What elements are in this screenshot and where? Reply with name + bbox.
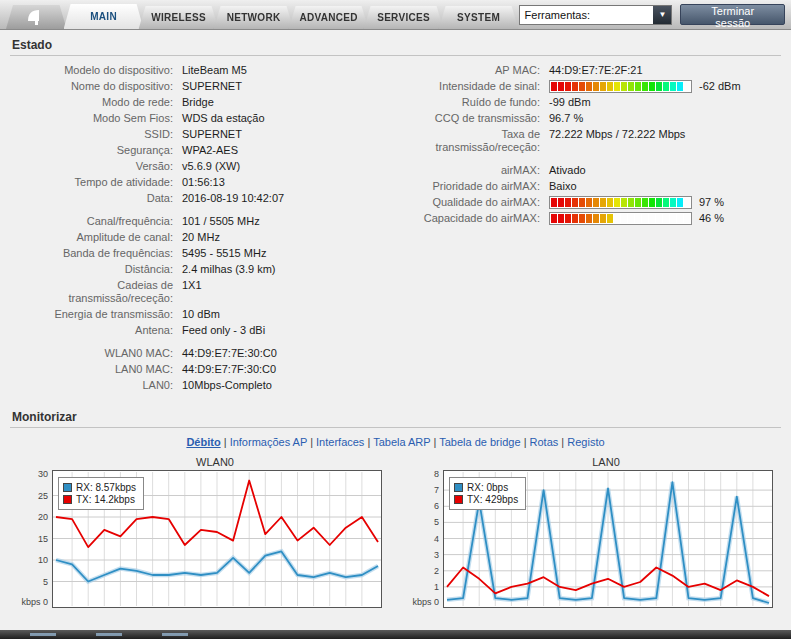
monitor-link-debito[interactable]: Débito [186, 436, 220, 448]
field-label: WLAN0 MAC: [14, 347, 182, 360]
svg-text:2: 2 [434, 566, 439, 576]
field-label: Intensidade de sinal: [399, 80, 549, 93]
field-label: Modo de rede: [14, 96, 182, 109]
monitor-link-bar: Débito | Informações AP | Interfaces | T… [10, 436, 781, 448]
svg-text:20: 20 [38, 512, 48, 522]
svg-text:3: 3 [434, 550, 439, 560]
field-label: Modelo do dispositivo: [14, 64, 182, 77]
field-value: Feed only - 3 dBi [182, 324, 265, 337]
field-label: Segurança: [14, 144, 182, 157]
field-value: 01:56:13 [182, 176, 225, 189]
field-label: Versão: [14, 160, 182, 173]
gauge-value: 46 % [699, 212, 724, 225]
field-label: Cadeias de transmissão/receção: [14, 279, 182, 305]
field-value: 5495 - 5515 MHz [182, 247, 266, 260]
status-row-qualidade-do-airmax: Qualidade do airMAX:97 % [399, 196, 781, 209]
status-row-banda-de-frequencias: Banda de frequências:5495 - 5515 MHz [14, 247, 399, 260]
legend-item: RX: 0bps [454, 482, 518, 493]
svg-text:5: 5 [43, 577, 48, 587]
tab-services[interactable]: SERVICES [364, 6, 444, 29]
field-label: Energia de transmissão: [14, 308, 182, 321]
field-value: SUPERNET [182, 128, 242, 141]
monitor-link-rotas[interactable]: Rotas [530, 436, 559, 448]
field-value: 44:D9:E7:7E:30:C0 [182, 347, 277, 360]
gauge-value: -62 dBm [699, 80, 741, 93]
intensidade-de-sinal-gauge [549, 80, 692, 93]
tab-advanced[interactable]: ADVANCED [289, 6, 369, 29]
field-label: Taxa de transmissão/receção: [399, 128, 549, 154]
legend-label: RX: 0bps [467, 482, 508, 493]
footer-strip [0, 630, 791, 639]
tab-main[interactable]: MAIN [64, 4, 144, 29]
link-separator: | [521, 436, 530, 448]
top-right-controls: Ferramentas: ▼ Terminar sessão [519, 4, 785, 29]
link-separator: | [364, 436, 373, 448]
chevron-down-icon[interactable]: ▼ [653, 6, 671, 24]
monitor-link-registo[interactable]: Registo [567, 436, 604, 448]
status-row-ruido-de-fundo: Ruído de fundo:-99 dBm [399, 96, 781, 109]
field-value: Ativado [549, 164, 586, 177]
status-row-wlan0-mac: WLAN0 MAC:44:D9:E7:7E:30:C0 [14, 347, 399, 360]
status-row-modelo-do-dispositivo: Modelo do dispositivo:LiteBeam M5 [14, 64, 399, 77]
status-row-modo-de-rede: Modo de rede:Bridge [14, 96, 399, 109]
tools-dropdown[interactable]: Ferramentas: ▼ [519, 5, 673, 25]
field-label: Data: [14, 192, 182, 205]
field-label: Ruído de fundo: [399, 96, 549, 109]
airos-page: MAINWIRELESSNETWORKADVANCEDSERVICESSYSTE… [0, 0, 791, 639]
legend-swatch [454, 483, 463, 492]
legend-label: TX: 429bps [467, 494, 518, 505]
logout-button[interactable]: Terminar sessão [680, 4, 785, 25]
link-separator: | [430, 436, 439, 448]
link-separator: | [307, 436, 316, 448]
qualidade-do-airmax-gauge [549, 196, 692, 209]
chart-plot-lan0: kbps 012345678RX: 0bpsTX: 429bps [407, 470, 775, 610]
status-row-modo-sem-fios: Modo Sem Fios:WDS da estação [14, 112, 399, 125]
legend-item: TX: 429bps [454, 494, 518, 505]
field-value: 1X1 [182, 279, 202, 292]
status-row-ap-mac: AP MAC:44:D9:E7:7E:2F:21 [399, 64, 781, 77]
legend-item: TX: 14.2kbps [63, 494, 136, 505]
status-row-versao: Versão:v5.6.9 (XW) [14, 160, 399, 173]
svg-text:25: 25 [38, 491, 48, 501]
main-content: Estado Modelo do dispositivo:LiteBeam M5… [0, 30, 791, 610]
chart-lan0: LAN0kbps 012345678RX: 0bpsTX: 429bps [407, 456, 775, 610]
monitor-link-tabela-arp[interactable]: Tabela ARP [373, 436, 430, 448]
monitor-link-informacoes-ap[interactable]: Informações AP [230, 436, 307, 448]
throughput-charts: WLAN0kbps 051015202530RX: 8.57kbpsTX: 14… [10, 456, 781, 610]
field-value: 101 / 5505 MHz [182, 215, 260, 228]
link-separator: | [558, 436, 567, 448]
status-row-airmax: airMAX:Ativado [399, 164, 781, 177]
svg-text:8: 8 [434, 470, 439, 479]
ubiquiti-logo[interactable] [6, 5, 67, 29]
field-label: Prioridade do airMAX: [399, 180, 549, 193]
top-navigation: MAINWIRELESSNETWORKADVANCEDSERVICESSYSTE… [0, 0, 791, 30]
link-separator: | [221, 436, 230, 448]
status-right-column: AP MAC:44:D9:E7:7E:2F:21Intensidade de s… [399, 64, 781, 402]
monitor-link-interfaces[interactable]: Interfaces [316, 436, 364, 448]
field-label: AP MAC: [399, 64, 549, 77]
field-value: v5.6.9 (XW) [182, 160, 240, 173]
field-value: 46 % [549, 212, 724, 225]
legend-swatch [63, 483, 72, 492]
tab-network[interactable]: NETWORK [214, 6, 294, 29]
status-panel: Modelo do dispositivo:LiteBeam M5Nome do… [10, 64, 781, 402]
tab-system[interactable]: SYSTEM [439, 6, 519, 29]
field-value: 44:D9:E7:7E:2F:21 [549, 64, 643, 77]
tab-wireless[interactable]: WIRELESS [139, 6, 219, 29]
field-label: Modo Sem Fios: [14, 112, 182, 125]
legend-swatch [454, 495, 463, 504]
field-label: Qualidade do airMAX: [399, 196, 549, 209]
legend-label: RX: 8.57kbps [76, 482, 136, 493]
field-value: 10Mbps-Completo [182, 379, 272, 392]
status-row-data: Data:2016-08-19 10:42:07 [14, 192, 399, 205]
monitor-link-tabela-de-bridge[interactable]: Tabela de bridge [439, 436, 520, 448]
status-row-nome-do-dispositivo: Nome do dispositivo:SUPERNET [14, 80, 399, 93]
legend-item: RX: 8.57kbps [63, 482, 136, 493]
field-label: Canal/frequência: [14, 215, 182, 228]
monitor-section-title: Monitorizar [10, 408, 781, 428]
status-row-cadeias-de-transmissao-rececao: Cadeias de transmissão/receção:1X1 [14, 279, 399, 305]
status-row-antena: Antena:Feed only - 3 dBi [14, 324, 399, 337]
field-label: LAN0 MAC: [14, 363, 182, 376]
status-row-energia-de-transmissao: Energia de transmissão:10 dBm [14, 308, 399, 321]
status-row-ssid: SSID:SUPERNET [14, 128, 399, 141]
